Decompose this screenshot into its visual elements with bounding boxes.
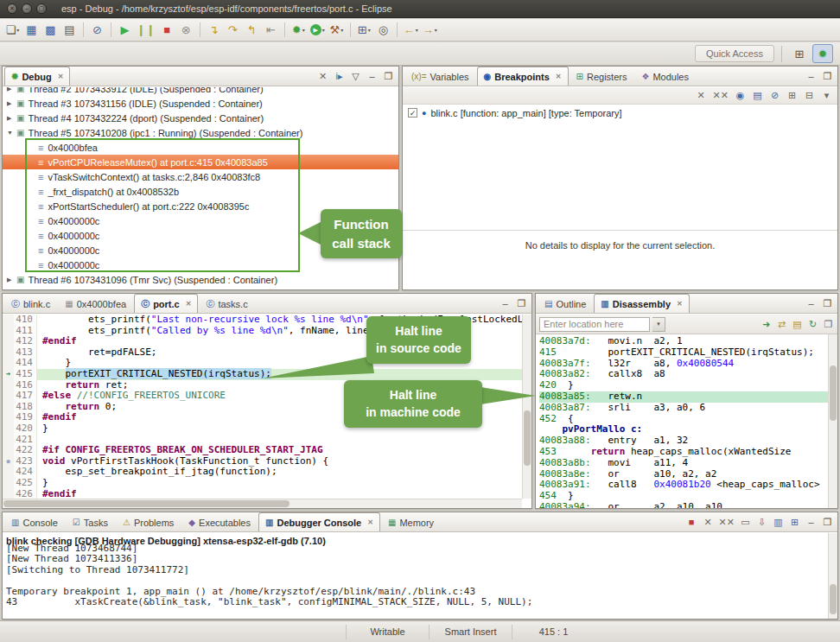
open-console-icon[interactable]: ⊞ — [789, 518, 800, 527]
disconnect-button[interactable]: ⊗ — [177, 21, 195, 39]
minimize-icon[interactable]: – — [366, 72, 378, 81]
twisty-collapsed-icon[interactable]: ▶ — [7, 115, 16, 122]
view-tab-outline[interactable]: ▤Outline — [538, 294, 593, 313]
line-number[interactable]: 415 — [14, 369, 37, 380]
view-tab-registers[interactable]: ⊞Registers — [570, 67, 634, 86]
resume-button[interactable]: ▶ — [116, 21, 134, 39]
clear-console-icon[interactable]: ▭ — [740, 518, 751, 527]
location-input[interactable]: Enter location here — [539, 317, 650, 332]
search-button[interactable]: ◎ — [374, 21, 392, 39]
new-button[interactable]: ❏▾ — [3, 21, 22, 39]
back-button[interactable]: ←▾ — [402, 21, 420, 39]
step-into-selection-icon[interactable]: i▸ — [334, 72, 345, 81]
editor-tab-tasks-c[interactable]: ⓒtasks.c — [199, 294, 254, 313]
disassembly-line[interactable]: 40083a82: callx8 a8 — [539, 369, 828, 380]
new-wizard-button[interactable]: ⊞▾ — [355, 21, 373, 39]
close-icon[interactable]: ✕ — [58, 73, 64, 80]
debug-thread-row[interactable]: ▶▣Thread #4 1073432224 (dport) (Suspende… — [3, 111, 398, 125]
view-menu-icon[interactable]: ▽ — [350, 72, 361, 81]
collapse-all-icon[interactable]: ⊟ — [804, 91, 815, 100]
run-button[interactable]: ▶▾ — [309, 21, 327, 39]
view-tab-tasks[interactable]: ☑Tasks — [66, 512, 115, 531]
print-button[interactable]: ▤ — [60, 21, 79, 39]
remove-all-breakpoints-icon[interactable]: ✕✕ — [713, 91, 729, 100]
disassembly-line[interactable]: 40083a91: call8 0x40081b20 <heap_caps_ma… — [539, 480, 828, 491]
disassembly-vertical-scrollbar[interactable] — [828, 334, 837, 508]
disassembly-line[interactable]: 40083a87: srli a3, a0, 6 — [539, 403, 828, 414]
editor-tab-blink-c[interactable]: ⓒblink.c — [4, 294, 57, 313]
remove-all-terminated-icon[interactable]: ✕ — [317, 72, 328, 81]
view-tab-breakpoints[interactable]: ◉Breakpoints✕ — [477, 67, 569, 86]
debug-thread-row[interactable]: ▶▣Thread #2 1073433912 (IDLE) (Suspended… — [3, 87, 398, 96]
display-selected-console-icon[interactable]: ▥ — [773, 518, 784, 527]
refresh-view-icon[interactable]: ↻ — [807, 320, 818, 329]
external-tools-button[interactable]: ⚒▾ — [328, 21, 346, 39]
close-icon[interactable]: ✕ — [677, 300, 683, 308]
twisty-collapsed-icon[interactable]: ▶ — [7, 277, 16, 283]
terminate-button[interactable]: ■ — [158, 21, 176, 39]
scrollbar-thumb[interactable] — [3, 500, 290, 507]
stack-frame-row[interactable]: ≡0x4000bfea — [3, 140, 398, 155]
line-number[interactable]: 412 — [14, 336, 37, 347]
line-number[interactable]: 426 — [14, 489, 37, 499]
view-tab-variables[interactable]: (x)=Variables — [404, 67, 476, 86]
maximize-icon[interactable]: ❐ — [383, 72, 394, 81]
go-to-file-for-breakpoint-icon[interactable]: ▤ — [752, 91, 763, 100]
step-over-button[interactable]: ↷ — [224, 21, 242, 39]
editor-tab-0x4000bfea[interactable]: ▦0x4000bfea — [58, 294, 133, 313]
view-menu-icon[interactable]: ▾ — [821, 91, 832, 100]
minimize-icon[interactable]: – — [500, 299, 511, 308]
close-button[interactable]: ✕ — [7, 3, 17, 14]
maximize-button[interactable]: ▢ — [36, 3, 47, 14]
save-button[interactable]: ▦ — [22, 21, 41, 39]
close-icon[interactable]: ✕ — [367, 518, 373, 526]
console-vertical-scrollbar[interactable] — [828, 533, 837, 619]
line-number[interactable]: 417 — [14, 391, 37, 402]
skip-all-breakpoints-icon[interactable]: ⊘ — [769, 91, 780, 100]
stack-frame-row[interactable]: ≡0x4000000c — [3, 257, 398, 272]
minimize-icon[interactable]: – — [805, 299, 817, 308]
line-number[interactable]: 420 — [14, 423, 37, 435]
maximize-icon[interactable]: ❐ — [822, 72, 833, 81]
scrollbar-thumb[interactable] — [830, 365, 837, 421]
breakpoint-item[interactable]: ✓ ● blink.c [function: app_main] [type: … — [403, 105, 837, 120]
stack-frame-row[interactable]: ≡_frxt_dispatch() at 0x4008532b — [3, 184, 398, 199]
debug-perspective-button[interactable]: ✹ — [812, 44, 833, 63]
editor-horizontal-scrollbar[interactable] — [3, 499, 522, 508]
view-tab-memory[interactable]: ▦Memory — [381, 512, 441, 531]
line-number[interactable]: 422 — [14, 445, 37, 456]
twisty-collapsed-icon[interactable]: ▶ — [7, 100, 16, 107]
view-tab-debugger-console[interactable]: ▥Debugger Console✕ — [258, 512, 380, 531]
minimize-icon[interactable]: – — [805, 518, 817, 527]
drop-to-frame-button[interactable]: ⇤ — [262, 21, 280, 39]
editor-vertical-scrollbar[interactable] — [522, 315, 531, 499]
maximize-icon[interactable]: ❐ — [822, 299, 833, 308]
step-return-button[interactable]: ↰ — [243, 21, 261, 39]
scrollbar-thumb[interactable] — [524, 410, 531, 466]
minimize-button[interactable]: – — [22, 3, 32, 14]
quick-access-button[interactable]: Quick Access — [695, 45, 774, 62]
maximize-icon[interactable]: ❐ — [822, 518, 833, 527]
breakpoint-checkbox[interactable]: ✓ — [408, 108, 417, 118]
show-breakpoints-supported-icon[interactable]: ◉ — [735, 91, 746, 100]
sync-with-stack-frame-icon[interactable]: ⇄ — [776, 320, 787, 329]
stack-frame-row[interactable]: ≡vTaskSwitchContext() at tasks.c:2,846 0… — [3, 169, 398, 184]
debug-thread-row[interactable]: ▶▣Thread #3 1073431156 (IDLE) (Suspended… — [3, 96, 398, 111]
line-number[interactable]: 425 — [14, 478, 37, 489]
debug-thread-row[interactable]: ▶▣Thread #6 1073431096 (Tmr Svc) (Suspen… — [3, 272, 398, 287]
open-new-view-icon[interactable]: ❐ — [823, 320, 834, 329]
code-line[interactable]: 425} — [3, 478, 522, 489]
debug-thread-row[interactable]: ▼▣Thread #5 1073410208 (ipc1 : Running) … — [3, 125, 398, 140]
view-tab-disassembly[interactable]: ▥Disassembly✕ — [594, 294, 689, 313]
step-into-button[interactable]: ↴ — [205, 21, 223, 39]
disassembly-code[interactable]: 40083a7d: movi.n a2, 1415 portEXIT_CRITI… — [536, 334, 828, 508]
skip-all-breakpoints-button[interactable]: ⊘ — [88, 21, 106, 39]
view-tab-problems[interactable]: ⚠Problems — [116, 512, 181, 531]
debug-button[interactable]: ✹▾ — [290, 21, 308, 39]
jump-to-pc-icon[interactable]: ➜ — [760, 320, 772, 329]
forward-button[interactable]: →▾ — [421, 21, 439, 39]
remove-all-launches-icon[interactable]: ✕✕ — [719, 518, 735, 527]
editor-tab-port-c[interactable]: ⓒport.c✕ — [134, 294, 198, 313]
code-line[interactable]: 424 esp_set_breakpoint_if_jtag(function)… — [3, 467, 522, 478]
maximize-icon[interactable]: ❐ — [516, 299, 527, 308]
